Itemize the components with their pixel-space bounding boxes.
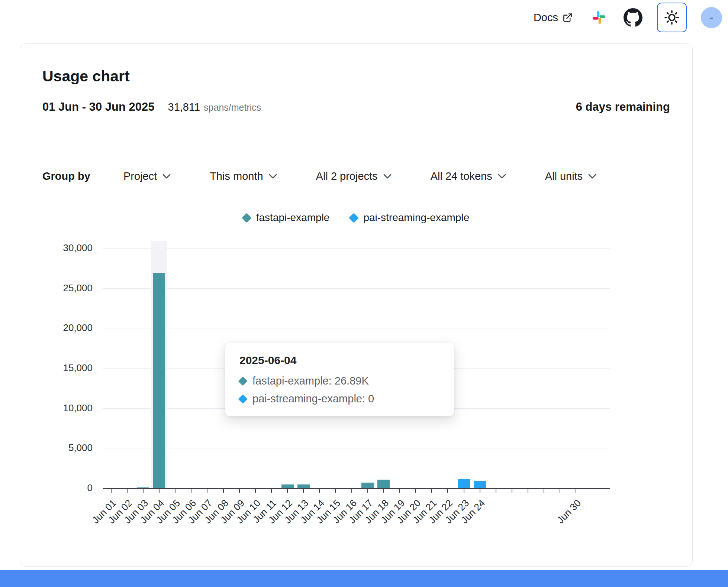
x-axis-tick <box>255 489 256 493</box>
bar-jun-23[interactable] <box>458 479 470 488</box>
y-axis-label: 15,000 <box>20 362 93 374</box>
x-axis-tick <box>560 489 560 493</box>
x-axis-tick <box>383 489 384 493</box>
tooltip-row: pai-streaming-example: 0 <box>239 393 440 405</box>
legend-label: pai-streaming-example <box>363 212 469 224</box>
top-bar: Docs - <box>0 0 728 35</box>
series-diamond-icon <box>242 213 252 223</box>
page-title: Usage chart <box>42 68 130 85</box>
x-axis-tick <box>271 489 272 493</box>
y-axis-label: 30,000 <box>20 242 93 254</box>
tooltip-text: pai-streaming-example: 0 <box>252 393 374 405</box>
x-axis-tick <box>335 489 336 493</box>
avatar[interactable]: - <box>701 7 722 28</box>
x-axis-tick <box>512 489 512 493</box>
x-axis-tick <box>223 489 224 493</box>
usage-card: Usage chart 01 Jun - 30 Jun 2025 31,811 … <box>20 43 693 567</box>
group-by-project-dropdown[interactable]: Project <box>123 170 171 182</box>
x-axis-tick <box>447 489 448 493</box>
chevron-down-icon <box>268 173 277 179</box>
tooltip-text: fastapi-example: 26.89K <box>252 375 369 387</box>
x-axis-label: Jun 30 <box>555 497 583 526</box>
chart-legend: fastapi-example pai-streaming-example <box>20 212 692 224</box>
x-axis-tick <box>319 489 320 493</box>
days-remaining: 6 days remaining <box>576 100 670 114</box>
slack-button[interactable] <box>592 10 606 25</box>
series-diamond-icon <box>238 394 247 403</box>
legend-item-fastapi-example[interactable]: fastapi-example <box>243 212 330 224</box>
docs-link[interactable]: Docs <box>534 12 573 24</box>
series-diamond-icon <box>238 376 247 386</box>
chevron-down-icon <box>162 173 171 179</box>
legend-item-pai-streaming-example[interactable]: pai-streaming-example <box>350 212 469 224</box>
slack-icon <box>592 10 606 25</box>
x-axis-tick <box>480 489 480 493</box>
bar-jun-18[interactable] <box>377 480 390 488</box>
sun-icon <box>664 10 680 25</box>
bar-jun-24[interactable] <box>474 481 486 488</box>
x-axis-tick <box>287 489 288 493</box>
legend-label: fastapi-example <box>256 212 330 224</box>
dropdown-label: This month <box>210 170 263 182</box>
x-axis-tick <box>175 489 175 493</box>
gridline <box>103 248 610 249</box>
x-axis-tick <box>544 489 544 493</box>
gridline <box>103 328 610 328</box>
dropdown-label: Project <box>123 170 157 182</box>
bottom-banner <box>0 570 728 587</box>
x-axis-tick <box>415 489 416 493</box>
date-range: 01 Jun - 30 Jun 2025 <box>42 100 155 114</box>
chevron-down-icon <box>588 173 597 179</box>
docs-label: Docs <box>534 12 558 24</box>
tokens-filter-dropdown[interactable]: All 24 tokens <box>431 170 506 182</box>
x-axis-tick <box>351 489 352 493</box>
units-filter-dropdown[interactable]: All units <box>545 170 597 182</box>
usage-bar-chart: 2025-06-04 fastapi-example: 26.89K pai-s… <box>20 244 693 563</box>
github-icon <box>623 8 643 27</box>
x-axis-tick <box>303 489 304 493</box>
span-count-unit: spans/metrics <box>204 102 261 113</box>
x-axis-tick <box>111 489 112 493</box>
bar-jun-17[interactable] <box>361 483 374 488</box>
time-range-dropdown[interactable]: This month <box>210 170 277 182</box>
x-axis-tick <box>143 489 144 493</box>
x-axis-tick <box>127 489 128 493</box>
x-axis-tick <box>239 489 240 493</box>
gridline <box>103 288 610 289</box>
filter-bar: Group by Project This month All 2 projec… <box>42 161 597 191</box>
bar-jun-13[interactable] <box>297 484 310 488</box>
x-axis-tick <box>367 489 368 493</box>
span-count: 31,811 <box>168 101 200 113</box>
chevron-down-icon <box>497 173 506 179</box>
x-axis-tick <box>464 489 464 493</box>
series-diamond-icon <box>349 213 359 223</box>
y-axis-label: 10,000 <box>20 402 93 414</box>
dropdown-label: All units <box>545 170 583 182</box>
x-axis-tick <box>207 489 207 493</box>
x-axis-tick <box>496 489 496 493</box>
gridline <box>103 448 610 448</box>
github-button[interactable] <box>623 8 643 27</box>
y-axis-label: 20,000 <box>20 322 93 334</box>
dropdown-label: All 24 tokens <box>431 170 492 182</box>
x-axis-tick <box>576 489 576 493</box>
x-axis-tick <box>159 489 160 493</box>
theme-toggle-button[interactable] <box>657 3 687 32</box>
x-axis-tick <box>191 489 191 493</box>
external-link-icon <box>563 13 573 23</box>
group-by-label: Group by <box>42 170 90 182</box>
bar-jun-12[interactable] <box>281 484 294 488</box>
x-axis-tick <box>528 489 528 493</box>
usage-summary-row: 01 Jun - 30 Jun 2025 31,811 spans/metric… <box>42 100 670 114</box>
chart-tooltip: 2025-06-04 fastapi-example: 26.89K pai-s… <box>225 343 454 416</box>
projects-filter-dropdown[interactable]: All 2 projects <box>316 170 392 182</box>
x-axis-tick <box>431 489 432 493</box>
chevron-down-icon <box>383 173 392 179</box>
bar-jun-04[interactable] <box>153 273 165 488</box>
y-axis-label: 25,000 <box>20 282 93 294</box>
dropdown-label: All 2 projects <box>316 170 378 182</box>
y-axis-label: 0 <box>20 482 93 494</box>
y-axis-label: 5,000 <box>20 442 93 454</box>
divider <box>42 140 670 140</box>
tooltip-row: fastapi-example: 26.89K <box>239 375 440 387</box>
